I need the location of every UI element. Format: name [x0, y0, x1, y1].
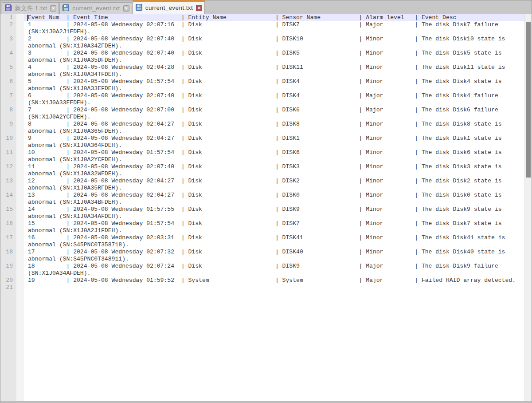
line-number[interactable]: 20 [0, 277, 16, 284]
margin-cell [16, 107, 24, 121]
text-line[interactable]: 6 | 2024-05-08 Wednesday 02:07:40 | Disk… [24, 92, 526, 107]
margin-cell [16, 50, 24, 64]
line-number[interactable]: 15 [0, 206, 16, 220]
line-number[interactable]: 7 [0, 92, 16, 107]
line-number[interactable]: 16 [0, 220, 16, 234]
line-number[interactable]: 11 [0, 149, 16, 163]
tab-close-icon[interactable]: ✕ [50, 5, 56, 12]
line-number[interactable]: 3 [0, 36, 16, 50]
text-line[interactable]: 10 | 2024-05-08 Wednesday 01:57:54 | Dis… [24, 149, 526, 163]
text-line[interactable]: 8 | 2024-05-08 Wednesday 02:04:27 | Disk… [24, 121, 526, 135]
margin-cell [16, 135, 24, 149]
editor-line-row: 43 | 2024-05-08 Wednesday 02:07:40 | Dis… [0, 50, 524, 64]
text-line[interactable]: 4 | 2024-05-08 Wednesday 02:04:28 | Disk… [24, 64, 526, 78]
text-line[interactable]: 11 | 2024-05-08 Wednesday 02:07:40 | Dis… [24, 163, 526, 178]
line-number[interactable]: 19 [0, 263, 16, 277]
editor-line-row: 1514 | 2024-05-08 Wednesday 01:57:55 | D… [0, 206, 524, 220]
tab-close-icon[interactable]: ✕ [196, 5, 202, 11]
editor-line-row: 21 | 2024-05-08 Wednesday 02:07:16 | Dis… [0, 21, 524, 36]
editor-line-row: 109 | 2024-05-08 Wednesday 02:04:27 | Di… [0, 135, 524, 149]
text-line[interactable]: 13 | 2024-05-08 Wednesday 02:04:27 | Dis… [24, 192, 526, 206]
editor-line-row: 1615 | 2024-05-08 Wednesday 01:57:54 | D… [0, 220, 524, 234]
line-number[interactable]: 14 [0, 192, 16, 206]
editor-line-row: 1817 | 2024-05-08 Wednesday 02:07:32 | D… [0, 249, 524, 263]
tab-title: 新文件 1.txt [14, 4, 48, 12]
line-number[interactable]: 8 [0, 107, 16, 121]
line-number[interactable]: 5 [0, 64, 16, 78]
margin-cell [16, 220, 24, 234]
line-number[interactable]: 9 [0, 121, 16, 135]
text-line[interactable]: 14 | 2024-05-08 Wednesday 01:57:55 | Dis… [24, 206, 526, 220]
text-line[interactable]: 17 | 2024-05-08 Wednesday 02:07:32 | Dis… [24, 249, 526, 263]
text-line[interactable]: 16 | 2024-05-08 Wednesday 02:03:31 | Dis… [24, 234, 526, 249]
editor-line-row: 1918 | 2024-05-08 Wednesday 02:07:24 | D… [0, 263, 524, 277]
current-line-highlight[interactable]: Event Num | Event Time | Entity Name | S… [24, 14, 526, 21]
line-number[interactable]: 4 [0, 50, 16, 64]
text-line[interactable] [24, 284, 526, 291]
margin-cell [16, 21, 24, 36]
text-line[interactable]: 7 | 2024-05-08 Wednesday 02:07:00 | Disk… [24, 107, 526, 121]
editor-line-row: 1211 | 2024-05-08 Wednesday 02:07:40 | D… [0, 163, 524, 178]
line-number[interactable]: 1 [0, 14, 16, 21]
line-number[interactable]: 10 [0, 135, 16, 149]
text-line[interactable]: 3 | 2024-05-08 Wednesday 02:07:40 | Disk… [24, 50, 526, 64]
editor-line-row: 21 [0, 284, 524, 291]
margin-cell [16, 14, 24, 21]
text-lines: 1Event Num | Event Time | Entity Name | … [0, 14, 524, 291]
tab-title: current_event.txt [145, 4, 194, 11]
margin-cell [16, 284, 24, 291]
margin-cell [16, 36, 24, 50]
margin-cell [16, 206, 24, 220]
vertical-scrollbar[interactable] [524, 14, 532, 401]
editor-line-row: 1312 | 2024-05-08 Wednesday 02:04:27 | D… [0, 178, 524, 192]
line-number[interactable]: 6 [0, 78, 16, 92]
floppy-purple-save-icon [5, 4, 12, 12]
tab-2-active[interactable]: current_event.txt✕ [133, 0, 205, 14]
margin-cell [16, 92, 24, 107]
margin-cell [16, 78, 24, 92]
margin-cell [16, 178, 24, 192]
margin-cell [16, 234, 24, 249]
editor-line-row: 32 | 2024-05-08 Wednesday 02:07:40 | Dis… [0, 36, 524, 50]
margin-cell [16, 277, 24, 284]
line-number[interactable]: 12 [0, 163, 16, 178]
text-caret [27, 15, 28, 21]
tab-1[interactable]: current_event.txt✕ [59, 2, 132, 14]
editor-line-row: 1716 | 2024-05-08 Wednesday 02:03:31 | D… [0, 234, 524, 249]
editor-line-row: 2019 | 2024-05-08 Wednesday 01:59:52 | S… [0, 277, 524, 284]
floppy-blue-save-icon [136, 4, 142, 12]
editor-line-row: 1413 | 2024-05-08 Wednesday 02:04:27 | D… [0, 192, 524, 206]
text-line[interactable]: 18 | 2024-05-08 Wednesday 02:07:24 | Dis… [24, 263, 526, 277]
text-line[interactable]: 2 | 2024-05-08 Wednesday 02:07:40 | Disk… [24, 36, 526, 50]
margin-cell [16, 249, 24, 263]
text-line[interactable]: 19 | 2024-05-08 Wednesday 01:59:52 | Sys… [24, 277, 526, 284]
editor-line-row: 1110 | 2024-05-08 Wednesday 01:57:54 | D… [0, 149, 524, 163]
tab-0[interactable]: 新文件 1.txt✕ [2, 2, 59, 14]
line-number[interactable]: 18 [0, 249, 16, 263]
editor-line-row: 98 | 2024-05-08 Wednesday 02:04:27 | Dis… [0, 121, 524, 135]
editor-line-row: 54 | 2024-05-08 Wednesday 02:04:28 | Dis… [0, 64, 524, 78]
editor-line-row: 76 | 2024-05-08 Wednesday 02:07:40 | Dis… [0, 92, 524, 107]
margin-cell [16, 64, 24, 78]
notepad-window: 新文件 1.txt✕current_event.txt✕current_even… [0, 0, 532, 403]
text-line[interactable]: 5 | 2024-05-08 Wednesday 01:57:54 | Disk… [24, 78, 526, 92]
line-number[interactable]: 17 [0, 234, 16, 249]
scrollbar-thumb[interactable] [526, 22, 531, 178]
editor-line-row: 87 | 2024-05-08 Wednesday 02:07:00 | Dis… [0, 107, 524, 121]
line-number[interactable]: 21 [0, 284, 16, 291]
margin-cell [16, 263, 24, 277]
editor-text-area[interactable]: 1Event Num | Event Time | Entity Name | … [0, 14, 532, 401]
tab-close-icon[interactable]: ✕ [123, 5, 129, 12]
margin-cell [16, 121, 24, 135]
margin-cell [16, 149, 24, 163]
tab-bar: 新文件 1.txt✕current_event.txt✕current_even… [0, 0, 532, 14]
editor-line-row: 1Event Num | Event Time | Entity Name | … [0, 14, 524, 21]
text-line[interactable]: 1 | 2024-05-08 Wednesday 02:07:16 | Disk… [24, 21, 526, 36]
text-line[interactable]: 15 | 2024-05-08 Wednesday 01:57:54 | Dis… [24, 220, 526, 234]
text-line[interactable]: 9 | 2024-05-08 Wednesday 02:04:27 | Disk… [24, 135, 526, 149]
line-number[interactable]: 13 [0, 178, 16, 192]
margin-cell [16, 163, 24, 178]
text-line[interactable]: 12 | 2024-05-08 Wednesday 02:04:27 | Dis… [24, 178, 526, 192]
line-number[interactable]: 2 [0, 21, 16, 36]
floppy-blue-save-icon [63, 4, 69, 12]
